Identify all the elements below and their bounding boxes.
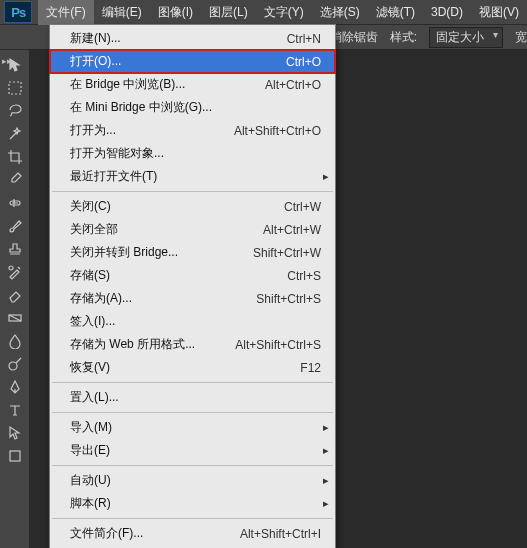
svg-point-4	[9, 362, 17, 370]
crop-tool-icon[interactable]	[2, 146, 28, 168]
menu-item-shortcut: Alt+Ctrl+W	[243, 223, 321, 237]
menu-item-label: 关闭并转到 Bridge...	[70, 244, 178, 261]
menu-separator	[52, 465, 333, 466]
style-label: 样式:	[390, 29, 417, 46]
blur-tool-icon[interactable]	[2, 330, 28, 352]
menu-item-11[interactable]: 存储(S)Ctrl+S	[50, 264, 335, 287]
menu-file[interactable]: 文件(F)	[38, 0, 93, 25]
menu-item-label: 打开为...	[70, 122, 116, 139]
menu-item-label: 打开(O)...	[70, 53, 121, 70]
menu-image[interactable]: 图像(I)	[150, 0, 201, 25]
history-brush-tool-icon[interactable]	[2, 261, 28, 283]
menu-item-label: 在 Mini Bridge 中浏览(G)...	[70, 99, 212, 116]
menu-item-label: 导入(M)	[70, 419, 112, 436]
menu-item-10[interactable]: 关闭并转到 Bridge...Shift+Ctrl+W	[50, 241, 335, 264]
eyedropper-tool-icon[interactable]	[2, 169, 28, 191]
menu-select[interactable]: 选择(S)	[312, 0, 368, 25]
dodge-tool-icon[interactable]	[2, 353, 28, 375]
menu-item-shortcut: Alt+Shift+Ctrl+O	[214, 124, 321, 138]
menu-item-9[interactable]: 关闭全部Alt+Ctrl+W	[50, 218, 335, 241]
menu-item-shortcut: Alt+Shift+Ctrl+I	[220, 527, 321, 541]
type-tool-icon[interactable]	[2, 399, 28, 421]
eraser-tool-icon[interactable]	[2, 284, 28, 306]
menu-item-shortcut: F12	[280, 361, 321, 375]
menu-item-label: 恢复(V)	[70, 359, 110, 376]
menu-item-5[interactable]: 打开为智能对象...	[50, 142, 335, 165]
menu-item-shortcut: Ctrl+N	[267, 32, 321, 46]
menu-item-label: 存储为(A)...	[70, 290, 132, 307]
menu-item-23[interactable]: 脚本(R)	[50, 492, 335, 515]
wand-tool-icon[interactable]	[2, 123, 28, 145]
menu-item-8[interactable]: 关闭(C)Ctrl+W	[50, 195, 335, 218]
menu-view[interactable]: 视图(V)	[471, 0, 527, 25]
menu-item-6[interactable]: 最近打开文件(T)	[50, 165, 335, 188]
menu-item-15[interactable]: 恢复(V)F12	[50, 356, 335, 379]
brush-tool-icon[interactable]	[2, 215, 28, 237]
menu-filter[interactable]: 滤镜(T)	[368, 0, 423, 25]
lasso-tool-icon[interactable]	[2, 100, 28, 122]
menu-item-label: 存储(S)	[70, 267, 110, 284]
menu-item-label: 关闭(C)	[70, 198, 111, 215]
menu-item-shortcut: Ctrl+W	[264, 200, 321, 214]
menu-item-1[interactable]: 打开(O)...Ctrl+O	[50, 50, 335, 73]
menu-separator	[52, 191, 333, 192]
menu-item-12[interactable]: 存储为(A)...Shift+Ctrl+S	[50, 287, 335, 310]
shape-tool-icon[interactable]	[2, 445, 28, 467]
pen-tool-icon[interactable]	[2, 376, 28, 398]
menu-item-shortcut: Shift+Ctrl+S	[236, 292, 321, 306]
gradient-tool-icon[interactable]	[2, 307, 28, 329]
path-tool-icon[interactable]	[2, 422, 28, 444]
svg-rect-0	[9, 82, 21, 94]
menubar: Ps 文件(F) 编辑(E) 图像(I) 图层(L) 文字(Y) 选择(S) 滤…	[0, 0, 527, 24]
menu-item-shortcut: Alt+Ctrl+O	[245, 78, 321, 92]
svg-rect-5	[10, 451, 20, 461]
stamp-tool-icon[interactable]	[2, 238, 28, 260]
anti-alias-label: 消除锯齿	[330, 29, 378, 46]
menu-item-label: 关闭全部	[70, 221, 118, 238]
style-select[interactable]: 固定大小	[429, 27, 503, 48]
menu-item-label: 导出(E)	[70, 442, 110, 459]
menu-item-25[interactable]: 文件简介(F)...Alt+Shift+Ctrl+I	[50, 522, 335, 545]
toolbar-expand-icon[interactable]: ▸▸	[2, 57, 12, 66]
menu-item-label: 新建(N)...	[70, 30, 121, 47]
menu-item-13[interactable]: 签入(I)...	[50, 310, 335, 333]
menu-item-3[interactable]: 在 Mini Bridge 中浏览(G)...	[50, 96, 335, 119]
menu-item-label: 脚本(R)	[70, 495, 111, 512]
menu-type[interactable]: 文字(Y)	[256, 0, 312, 25]
healing-tool-icon[interactable]	[2, 192, 28, 214]
menu-item-2[interactable]: 在 Bridge 中浏览(B)...Alt+Ctrl+O	[50, 73, 335, 96]
toolbar	[0, 50, 30, 548]
menu-item-19[interactable]: 导入(M)	[50, 416, 335, 439]
svg-point-2	[9, 266, 13, 270]
menu-item-17[interactable]: 置入(L)...	[50, 386, 335, 409]
width-label: 宽	[515, 29, 527, 46]
menu-item-label: 存储为 Web 所用格式...	[70, 336, 195, 353]
menu-item-22[interactable]: 自动(U)	[50, 469, 335, 492]
menu-separator	[52, 412, 333, 413]
menu-item-0[interactable]: 新建(N)...Ctrl+N	[50, 27, 335, 50]
menu-item-label: 置入(L)...	[70, 389, 119, 406]
menu-item-shortcut: Ctrl+O	[266, 55, 321, 69]
menu-3d[interactable]: 3D(D)	[423, 1, 471, 23]
menu-separator	[52, 382, 333, 383]
menu-item-label: 打开为智能对象...	[70, 145, 164, 162]
menu-item-shortcut: Alt+Shift+Ctrl+S	[215, 338, 321, 352]
app-icon: Ps	[4, 1, 32, 23]
menu-item-label: 在 Bridge 中浏览(B)...	[70, 76, 185, 93]
menu-separator	[52, 518, 333, 519]
file-menu-dropdown: 新建(N)...Ctrl+N打开(O)...Ctrl+O在 Bridge 中浏览…	[49, 24, 336, 548]
menu-item-label: 签入(I)...	[70, 313, 115, 330]
menu-layer[interactable]: 图层(L)	[201, 0, 256, 25]
marquee-tool-icon[interactable]	[2, 77, 28, 99]
menu-item-20[interactable]: 导出(E)	[50, 439, 335, 462]
menu-item-label: 最近打开文件(T)	[70, 168, 157, 185]
menu-item-14[interactable]: 存储为 Web 所用格式...Alt+Shift+Ctrl+S	[50, 333, 335, 356]
menu-edit[interactable]: 编辑(E)	[94, 0, 150, 25]
menu-item-shortcut: Shift+Ctrl+W	[233, 246, 321, 260]
menu-item-4[interactable]: 打开为...Alt+Shift+Ctrl+O	[50, 119, 335, 142]
menu-item-label: 自动(U)	[70, 472, 111, 489]
menu-item-shortcut: Ctrl+S	[267, 269, 321, 283]
menu-item-label: 文件简介(F)...	[70, 525, 143, 542]
